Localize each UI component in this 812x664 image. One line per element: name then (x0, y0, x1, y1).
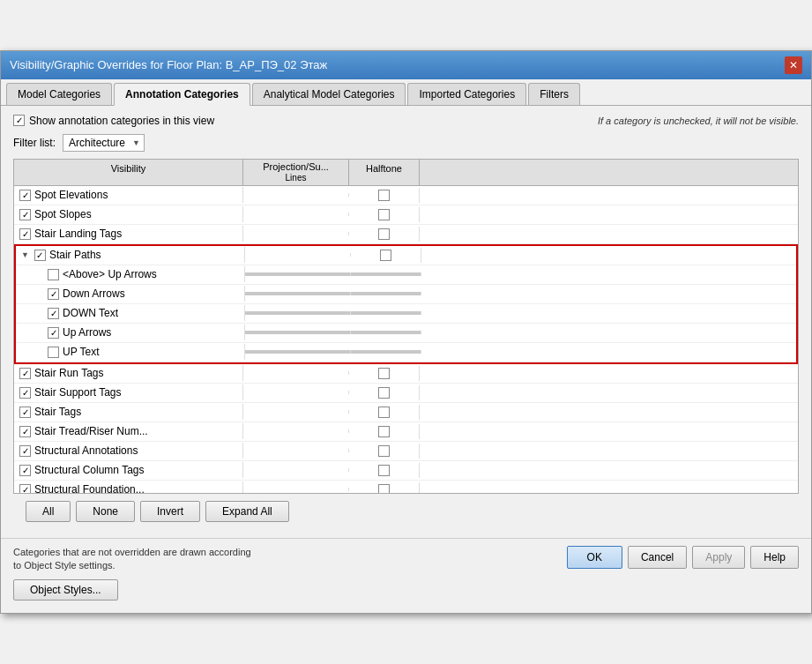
checkbox-up-text[interactable] (48, 347, 59, 358)
row-projection-spot-elevations (243, 193, 349, 197)
label-down-arrows: Down Arrows (63, 287, 125, 300)
row-visibility-spot-elevations: Spot Elevations (14, 187, 243, 203)
filter-select-wrapper[interactable]: Architecture Structure MEP (63, 134, 145, 152)
expand-icon-stair-paths[interactable]: ▼ (21, 250, 29, 259)
halftone-check-structural-annotations[interactable] (378, 445, 390, 457)
row-projection-stair-landing-tags (243, 232, 349, 235)
label-above-up-arrows: <Above> Up Arrows (63, 268, 157, 280)
halftone-check-stair-paths[interactable] (380, 250, 391, 261)
footer-note: Categories that are not overridden are d… (13, 546, 260, 573)
checkbox-up-arrows[interactable] (48, 327, 59, 339)
row-visibility-down-text: DOWN Text (16, 305, 245, 321)
tab-bar: Model Categories Annotation Categories A… (1, 79, 811, 106)
tab-model-categories[interactable]: Model Categories (6, 83, 112, 105)
halftone-check-stair-landing-tags[interactable] (378, 228, 390, 240)
col-header-visibility: Visibility (14, 160, 243, 185)
top-bar: Show annotation categories in this view … (13, 115, 799, 127)
checkbox-stair-tread-riser[interactable] (19, 426, 31, 437)
halftone-check-structural-column-tags[interactable] (378, 465, 390, 476)
checkbox-structural-annotations[interactable] (19, 445, 31, 457)
tab-imported-categories[interactable]: Imported Categories (407, 83, 526, 105)
tab-analytical-model[interactable]: Analytical Model Categories (252, 83, 406, 105)
close-button[interactable]: ✕ (785, 56, 802, 74)
apply-button[interactable]: Apply (692, 546, 745, 569)
none-button[interactable]: None (76, 501, 135, 522)
table-row: Stair Tread/Riser Num... (14, 422, 798, 442)
row-halftone-up-arrows (351, 331, 421, 334)
checkbox-spot-elevations[interactable] (19, 190, 31, 201)
content-area: Show annotation categories in this view … (1, 106, 811, 538)
checkbox-stair-landing-tags[interactable] (19, 228, 31, 240)
row-halftone-stair-landing-tags (349, 227, 420, 242)
checkbox-spot-slopes[interactable] (19, 209, 31, 220)
row-halftone-down-text (351, 311, 421, 315)
row-halftone-down-arrows (351, 292, 421, 295)
row-projection-up-arrows (245, 331, 351, 334)
filter-select[interactable]: Architecture Structure MEP (63, 134, 145, 152)
dialog-window: Visibility/Graphic Overrides for Floor P… (0, 50, 812, 615)
row-halftone-spot-slopes (349, 207, 420, 222)
halftone-check-stair-tags[interactable] (378, 407, 390, 418)
row-projection-stair-tags (243, 410, 349, 414)
col-header-halftone: Halftone (349, 160, 420, 185)
bottom-buttons-bar: All None Invert Expand All (13, 494, 799, 529)
filter-bar: Filter list: Architecture Structure MEP (13, 134, 799, 152)
row-halftone-stair-tread-riser (349, 424, 420, 439)
row-visibility-structural-column-tags: Structural Column Tags (14, 462, 243, 478)
ok-button[interactable]: OK (567, 546, 622, 569)
label-stair-landing-tags: Stair Landing Tags (34, 228, 122, 240)
tab-annotation-categories[interactable]: Annotation Categories (114, 83, 250, 106)
expand-all-button[interactable]: Expand All (205, 501, 289, 522)
label-structural-annotations: Structural Annotations (34, 444, 138, 457)
label-structural-column-tags: Structural Column Tags (34, 464, 145, 476)
table-row: Structural Foundation... (14, 481, 798, 494)
label-stair-support-tags: Stair Support Tags (34, 386, 122, 399)
checkbox-structural-column-tags[interactable] (19, 465, 31, 476)
cancel-button[interactable]: Cancel (628, 546, 687, 569)
all-button[interactable]: All (26, 501, 71, 522)
halftone-check-spot-elevations[interactable] (378, 190, 390, 201)
checkbox-structural-foundation[interactable] (19, 484, 31, 494)
object-styles-button[interactable]: Object Styles... (13, 579, 118, 601)
halftone-check-spot-slopes[interactable] (378, 209, 390, 220)
halftone-check-structural-foundation[interactable] (378, 484, 390, 494)
label-spot-elevations: Spot Elevations (34, 189, 108, 201)
table-row: DOWN Text (16, 304, 796, 324)
row-visibility-stair-landing-tags: Stair Landing Tags (14, 226, 243, 242)
row-projection-structural-column-tags (243, 468, 349, 472)
checkbox-above-up-arrows[interactable] (48, 269, 59, 280)
row-projection-above-up-arrows (245, 272, 351, 276)
table-row: Stair Run Tags (14, 364, 798, 384)
checkbox-stair-run-tags[interactable] (19, 368, 31, 379)
row-halftone-structural-column-tags (349, 463, 420, 478)
row-visibility-stair-support-tags: Stair Support Tags (14, 384, 243, 400)
halftone-check-stair-support-tags[interactable] (378, 387, 390, 399)
row-visibility-stair-run-tags: Stair Run Tags (14, 365, 243, 381)
show-annotation-checkbox[interactable] (13, 115, 25, 126)
row-visibility-up-arrows: Up Arrows (16, 325, 245, 340)
row-projection-stair-tread-riser (243, 429, 349, 433)
table-row: Up Arrows (16, 324, 796, 343)
halftone-check-stair-tread-riser[interactable] (378, 426, 390, 437)
checkbox-down-text[interactable] (48, 308, 59, 319)
row-visibility-stair-paths: ▼ Stair Paths (16, 247, 245, 263)
tab-filters[interactable]: Filters (528, 83, 580, 105)
table-row: UP Text (16, 343, 796, 362)
footer-left: Categories that are not overridden are d… (13, 546, 260, 601)
checkbox-down-arrows[interactable] (48, 288, 59, 300)
invert-button[interactable]: Invert (140, 501, 200, 522)
label-stair-paths: Stair Paths (49, 249, 101, 261)
help-button[interactable]: Help (750, 546, 799, 569)
halftone-check-stair-run-tags[interactable] (378, 368, 390, 379)
row-visibility-structural-foundation: Structural Foundation... (14, 481, 243, 493)
row-visibility-structural-annotations: Structural Annotations (14, 443, 243, 459)
checkbox-stair-support-tags[interactable] (19, 387, 31, 399)
show-annotation-bar: Show annotation categories in this view (13, 115, 214, 127)
row-projection-up-text (245, 350, 351, 354)
table-row: Stair Tags (14, 403, 798, 422)
checkbox-stair-tags[interactable] (19, 407, 31, 418)
table-row: Structural Column Tags (14, 461, 798, 481)
table-row: ▼ Stair Paths (16, 246, 796, 265)
checkbox-stair-paths[interactable] (34, 250, 46, 261)
col-header-extra (420, 160, 798, 185)
